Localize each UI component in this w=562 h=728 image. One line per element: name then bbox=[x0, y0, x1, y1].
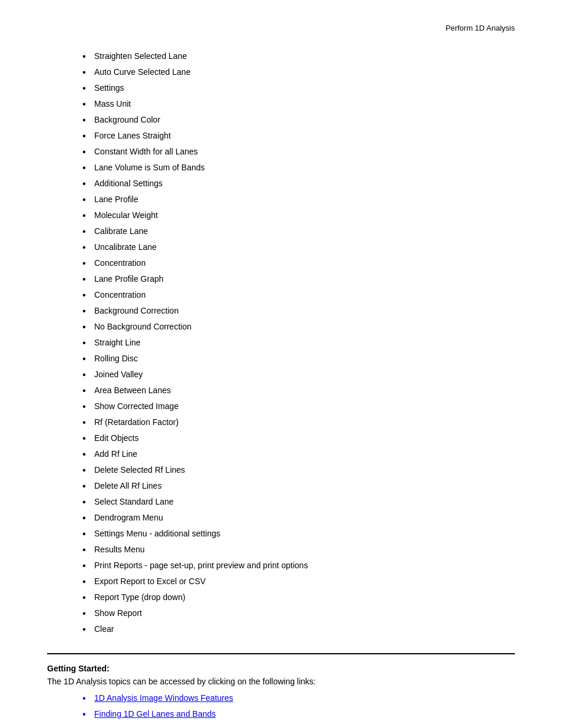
list-item[interactable]: Mass Unit bbox=[82, 98, 515, 110]
list-item[interactable]: Rf (Retardation Factor) bbox=[82, 416, 515, 429]
list-item[interactable]: Concentration bbox=[82, 289, 515, 301]
list-item[interactable]: Lane Volume is Sum of Bands bbox=[82, 162, 515, 174]
list-item[interactable]: Calibrate Lane bbox=[82, 225, 515, 238]
list-item[interactable]: Settings Menu - additional settings bbox=[82, 528, 515, 540]
list-item[interactable]: Results Menu bbox=[82, 543, 515, 556]
list-item[interactable]: Background Color bbox=[82, 114, 515, 126]
list-item[interactable]: Delete All Rf Lines bbox=[82, 480, 515, 492]
list-item[interactable]: Export Report to Excel or CSV bbox=[82, 575, 515, 588]
list-item[interactable]: Add Rf Line bbox=[82, 448, 515, 460]
list-item[interactable]: Rolling Disc bbox=[82, 353, 515, 365]
list-item[interactable]: Constant Width for all Lanes bbox=[82, 146, 515, 158]
list-item[interactable]: Select Standard Lane bbox=[82, 496, 515, 508]
getting-started-title: Getting Started: bbox=[47, 664, 515, 673]
list-item[interactable]: Molecular Weight bbox=[82, 209, 515, 222]
list-item[interactable]: Straighten Selected Lane bbox=[82, 50, 515, 62]
getting-started-list: 1D Analysis Image Windows FeaturesFindin… bbox=[82, 692, 515, 720]
list-item[interactable]: Auto Curve Selected Lane bbox=[82, 66, 515, 78]
getting-started-link-item[interactable]: 1D Analysis Image Windows Features bbox=[82, 692, 515, 704]
list-item[interactable]: Show Corrected Image bbox=[82, 400, 515, 413]
list-item[interactable]: Clear bbox=[82, 623, 515, 635]
list-item[interactable]: Force Lanes Straight bbox=[82, 130, 515, 142]
list-item[interactable]: Concentration bbox=[82, 257, 515, 269]
list-item[interactable]: Report Type (drop down) bbox=[82, 591, 515, 604]
list-item[interactable]: Background Correction bbox=[82, 305, 515, 317]
list-item[interactable]: Uncalibrate Lane bbox=[82, 241, 515, 253]
list-item[interactable]: Show Report bbox=[82, 607, 515, 620]
list-item[interactable]: No Background Correction bbox=[82, 321, 515, 333]
list-item[interactable]: Area Between Lanes bbox=[82, 384, 515, 397]
getting-started-link-item[interactable]: Finding 1D Gel Lanes and Bands bbox=[82, 708, 515, 720]
list-item[interactable]: Straight Line bbox=[82, 337, 515, 349]
list-item[interactable]: Settings bbox=[82, 82, 515, 94]
list-item[interactable]: Lane Profile bbox=[82, 193, 515, 206]
list-item[interactable]: Edit Objects bbox=[82, 432, 515, 444]
section-divider bbox=[47, 653, 515, 654]
list-item[interactable]: Lane Profile Graph bbox=[82, 273, 515, 285]
getting-started-section: Getting Started: The 1D Analysis topics … bbox=[47, 664, 515, 720]
list-item[interactable]: Print Reports - page set-up, print previ… bbox=[82, 559, 515, 572]
page-container: Perform 1D Analysis Straighten Selected … bbox=[0, 0, 562, 728]
getting-started-intro: The 1D Analysis topics can be accessed b… bbox=[47, 677, 515, 686]
list-item[interactable]: Additional Settings bbox=[82, 177, 515, 190]
header-title: Perform 1D Analysis bbox=[47, 24, 515, 32]
list-item[interactable]: Dendrogram Menu bbox=[82, 512, 515, 524]
main-bullet-list: Straighten Selected LaneAuto Curve Selec… bbox=[82, 50, 515, 635]
list-item[interactable]: Joined Valley bbox=[82, 368, 515, 381]
list-item[interactable]: Delete Selected Rf Lines bbox=[82, 464, 515, 476]
